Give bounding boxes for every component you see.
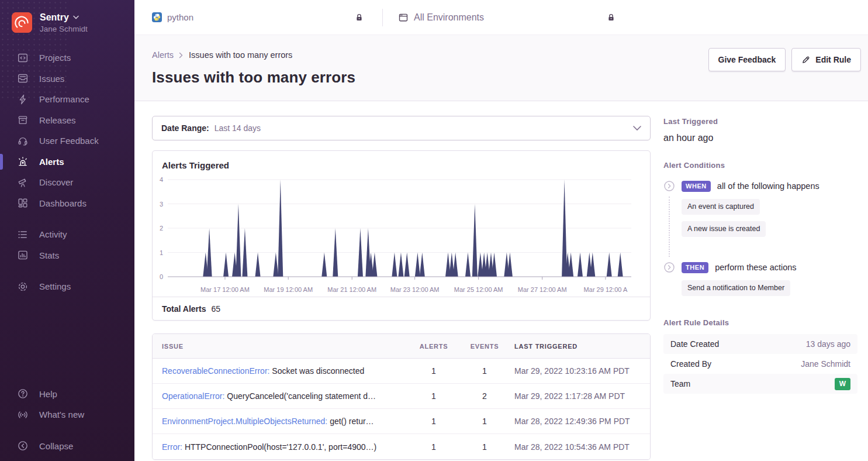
then-condition-block: THEN perform these actions Send a notifi… [663,262,857,296]
date-range-select[interactable]: Date Range: Last 14 days [152,116,651,140]
issue-link[interactable]: EnvironmentProject.MultipleObjectsReturn… [162,417,327,426]
lock-icon [355,13,364,22]
alert-rule-details-table: Date Created 13 days ago Created By Jane… [663,334,857,394]
total-alerts-value: 65 [211,304,220,314]
table-row[interactable]: OperationalError: QueryCanceled('canceli… [153,384,650,409]
issues-table-body: RecoverableConnectionError: Socket was d… [153,359,650,459]
sentry-logo-icon [12,12,32,33]
issue-link[interactable]: OperationalError: [162,391,224,401]
user-name: Jane Schmidt [40,25,88,33]
sidebar-item-performance[interactable]: Performance [0,89,134,110]
issue-description: Socket was disconnected [272,366,364,376]
detail-row-created-by: Created By Jane Schmidt [663,354,857,374]
sidebar-item-activity[interactable]: Activity [0,224,134,245]
alerts-icon [17,156,29,167]
sidebar-item-discover[interactable]: Discover [0,172,134,193]
discover-icon [17,177,29,188]
issue-description: HTTPConnectionPool(host='127.0.0.1', por… [185,442,376,452]
sidebar-item-label: Releases [39,115,76,125]
edit-rule-button[interactable]: Edit Rule [791,48,861,71]
sidebar-item-projects[interactable]: Projects [0,47,134,68]
org-switcher[interactable]: Sentry Jane Schmidt [0,0,134,33]
sidebar-item-label: Settings [39,281,71,291]
column-header-issue: ISSUE [153,343,409,350]
detail-label: Team [670,379,690,388]
topbar-divider [382,9,383,26]
sidebar-item-user-feedback[interactable]: User Feedback [0,130,134,152]
app-window: Sentry Jane Schmidt Projects Issues Perf… [0,0,868,461]
svg-text:Mar 21 12:00 AM: Mar 21 12:00 AM [327,286,376,293]
column-header-alerts: ALERTS [409,343,458,350]
projects-icon [17,52,29,64]
detail-value: Jane Schmidt [801,359,850,369]
issue-cell: EnvironmentProject.MultipleObjectsReturn… [153,417,409,426]
chart-title: Alerts Triggered [153,151,650,173]
lock-icon [607,13,615,22]
environment-selector[interactable]: All Environments [398,12,615,23]
alerts-chart: 01234Mar 17 12:00 AMMar 19 12:00 AMMar 2… [153,173,631,297]
project-selector[interactable]: python [152,12,364,22]
alerts-count: 1 [409,417,458,426]
chart-area: 01234Mar 17 12:00 AMMar 19 12:00 AMMar 2… [153,173,650,297]
team-avatar-badge[interactable]: W [835,378,850,390]
alerts-count: 1 [409,391,458,401]
detail-row-team: Team W [663,374,857,394]
total-alerts-row: Total Alerts 65 [153,297,650,320]
events-count: 1 [458,442,511,452]
collapse-icon [17,440,29,452]
detail-row-date-created: Date Created 13 days ago [663,334,857,354]
header-actions: Give Feedback Edit Rule [708,48,862,71]
svg-text:Mar 23 12:00 AM: Mar 23 12:00 AM [390,286,440,293]
give-feedback-label: Give Feedback [718,55,776,64]
sidebar-nav: Projects Issues Performance Releases Use… [0,47,134,297]
sidebar-item-help[interactable]: Help [0,384,134,405]
sidebar-item-issues[interactable]: Issues [0,68,134,90]
last-triggered-cell: Mar 29, 2022 1:17:28 AM PDT [511,391,650,401]
table-row[interactable]: RecoverableConnectionError: Socket was d… [153,359,650,384]
topbar: python All Environments [134,0,868,35]
right-panel: Last Triggered an hour ago Alert Conditi… [663,116,857,461]
issue-description: QueryCanceled('canceling statement d… [227,391,376,401]
events-count: 1 [458,417,511,426]
then-action-item: Send a notification to Member [682,280,790,296]
column-header-events: EVENTS [458,343,511,350]
sidebar-item-stats[interactable]: Stats [0,245,134,266]
table-row[interactable]: EnvironmentProject.MultipleObjectsReturn… [153,409,650,434]
svg-text:Mar 25 12:00 AM: Mar 25 12:00 AM [454,286,503,293]
svg-text:1: 1 [160,249,163,256]
issue-cell: Error: HTTPConnectionPool(host='127.0.0.… [153,442,409,452]
give-feedback-button[interactable]: Give Feedback [708,48,786,71]
sidebar-item-dashboards[interactable]: Dashboards [0,193,134,214]
detail-value: 13 days ago [806,339,850,349]
project-name: python [167,12,193,22]
table-row[interactable]: Error: HTTPConnectionPool(host='127.0.0.… [153,434,650,459]
condition-connector [669,197,670,257]
chevron-right-circle-icon [663,262,675,273]
python-icon [152,12,162,22]
page-content: Date Range: Last 14 days Alerts Triggere… [134,101,868,461]
sidebar-item-whats-new[interactable]: What's new [0,404,134,425]
edit-rule-label: Edit Rule [815,55,851,64]
issue-description: get() retur… [330,417,374,426]
breadcrumb-alerts-link[interactable]: Alerts [152,50,174,60]
sidebar-item-settings[interactable]: Settings [0,276,134,297]
performance-icon [17,94,29,105]
page-header: Alerts Issues with too many errors Issue… [134,35,868,101]
then-text: perform these actions [715,263,796,272]
sidebar-collapse-button[interactable]: Collapse [0,436,134,457]
sidebar-item-label: Projects [39,53,71,63]
issue-link[interactable]: RecoverableConnectionError: [162,366,269,376]
when-condition-item: An event is captured [682,199,760,215]
sidebar-item-releases[interactable]: Releases [0,110,134,131]
sidebar-item-alerts[interactable]: Alerts [0,152,134,173]
when-badge: WHEN [682,181,711,192]
svg-text:0: 0 [160,273,163,280]
chevron-down-icon [633,126,641,131]
alerts-triggered-card: Alerts Triggered 01234Mar 17 12:00 AMMar… [152,150,651,321]
sidebar-item-label: Discover [39,177,73,187]
alert-conditions-heading: Alert Conditions [663,161,857,170]
chevron-right-icon [179,52,184,59]
issue-link[interactable]: Error: [162,442,182,452]
last-triggered-cell: Mar 28, 2022 12:49:36 PM PDT [511,417,650,426]
sidebar-item-label: Issues [39,74,64,84]
